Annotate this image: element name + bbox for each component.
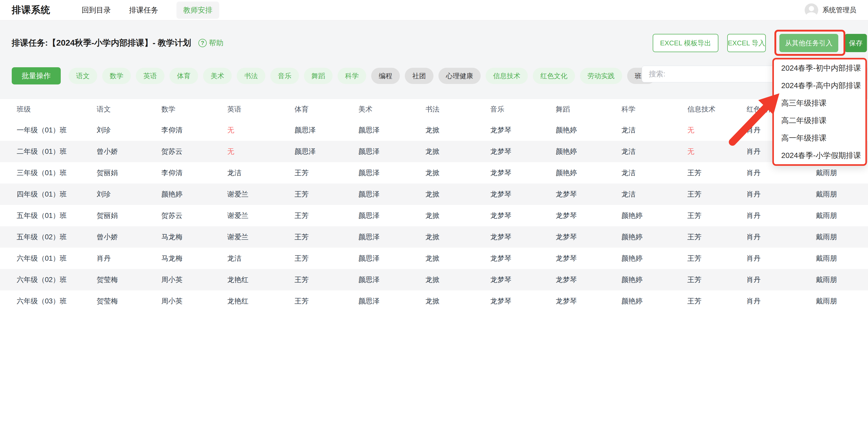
teacher-cell[interactable]: 颜艳婷	[605, 226, 671, 248]
teacher-cell[interactable]: 龙梦琴	[539, 269, 605, 291]
teacher-cell[interactable]: 王芳	[278, 162, 342, 184]
teacher-cell[interactable]: 龙梦琴	[539, 226, 605, 248]
teacher-cell[interactable]: 颜思泽	[342, 119, 409, 141]
teacher-cell[interactable]: 贺苏云	[145, 205, 211, 226]
teacher-cell[interactable]: 颜思泽	[342, 269, 409, 291]
teacher-cell[interactable]: 刘珍	[80, 119, 145, 141]
teacher-cell[interactable]: 龙掀	[409, 205, 474, 226]
teacher-cell[interactable]: 肖丹	[730, 226, 799, 248]
teacher-cell[interactable]: 戴雨朋	[799, 205, 868, 226]
teacher-cell[interactable]: 颜艳婷	[539, 119, 605, 141]
subject-chip[interactable]: 编程	[371, 68, 400, 84]
help-link[interactable]: ? 帮助	[198, 38, 223, 48]
dropdown-item[interactable]: 2024春季-小学假期排课	[774, 147, 865, 164]
teacher-cell[interactable]: 王芳	[278, 226, 342, 248]
teacher-cell[interactable]: 贺莹梅	[80, 269, 145, 291]
nav-item-teacher-arrangement-active[interactable]: 教师安排	[177, 2, 219, 19]
import-from-other-task-button[interactable]: 从其他任务引入	[779, 34, 838, 52]
teacher-cell[interactable]: 龙掀	[409, 269, 474, 291]
teacher-cell[interactable]: 贺丽娟	[80, 205, 145, 226]
subject-chip[interactable]: 英语	[136, 68, 164, 84]
teacher-cell[interactable]: 龙梦琴	[539, 248, 605, 269]
teacher-cell[interactable]: 肖丹	[730, 205, 799, 226]
teacher-cell[interactable]: 肖丹	[730, 291, 799, 312]
teacher-cell[interactable]: 龙洁	[605, 162, 671, 184]
teacher-cell[interactable]: 王芳	[671, 269, 730, 291]
teacher-cell[interactable]: 龙梦琴	[474, 291, 539, 312]
teacher-cell[interactable]: 贺莹梅	[80, 291, 145, 312]
teacher-cell[interactable]: 龙梦琴	[539, 291, 605, 312]
subject-chip[interactable]: 劳动实践	[580, 68, 622, 84]
teacher-cell[interactable]: 颜艳婷	[539, 141, 605, 162]
teacher-cell[interactable]: 颜艳婷	[145, 184, 211, 205]
teacher-cell[interactable]: 王芳	[278, 291, 342, 312]
teacher-cell[interactable]: 肖丹	[730, 184, 799, 205]
teacher-cell[interactable]: 龙掀	[409, 119, 474, 141]
teacher-cell[interactable]: 龙梦琴	[474, 205, 539, 226]
teacher-cell[interactable]: 曾小娇	[80, 226, 145, 248]
teacher-cell[interactable]: 龙掀	[409, 226, 474, 248]
dropdown-item[interactable]: 高一年级排课	[774, 129, 865, 147]
teacher-cell[interactable]: 王芳	[278, 269, 342, 291]
teacher-cell[interactable]: 龙梦琴	[474, 162, 539, 184]
teacher-cell[interactable]: 龙梦琴	[474, 269, 539, 291]
teacher-cell[interactable]: 王芳	[671, 248, 730, 269]
teacher-cell[interactable]: 龙梦琴	[474, 184, 539, 205]
teacher-cell[interactable]: 龙梦琴	[474, 226, 539, 248]
dropdown-item[interactable]: 高三年级排课	[774, 94, 865, 112]
excel-import-button[interactable]: EXCEL 导入	[727, 34, 766, 52]
teacher-cell[interactable]: 周小英	[145, 269, 211, 291]
teacher-cell[interactable]: 谢爱兰	[211, 226, 278, 248]
teacher-cell[interactable]: 颜思泽	[342, 226, 409, 248]
teacher-cell[interactable]: 龙艳红	[211, 269, 278, 291]
teacher-cell[interactable]: 颜艳婷	[605, 248, 671, 269]
teacher-cell[interactable]: 王芳	[671, 205, 730, 226]
teacher-cell-missing[interactable]: 无	[211, 141, 278, 162]
teacher-cell[interactable]: 颜艳婷	[605, 269, 671, 291]
teacher-cell[interactable]: 龙梦琴	[539, 184, 605, 205]
teacher-cell[interactable]: 贺苏云	[145, 141, 211, 162]
teacher-cell[interactable]: 刘珍	[80, 184, 145, 205]
teacher-cell[interactable]: 颜思泽	[342, 291, 409, 312]
batch-operation-button[interactable]: 批量操作	[12, 67, 61, 85]
teacher-cell[interactable]: 龙掀	[409, 141, 474, 162]
excel-template-export-button[interactable]: EXCEL 模板导出	[653, 34, 718, 52]
teacher-cell[interactable]: 李仰清	[145, 119, 211, 141]
subject-chip[interactable]: 社团	[405, 68, 433, 84]
teacher-cell[interactable]: 王芳	[278, 205, 342, 226]
teacher-cell[interactable]: 龙掀	[409, 291, 474, 312]
teacher-cell[interactable]: 马龙梅	[145, 248, 211, 269]
teacher-cell[interactable]: 王芳	[671, 184, 730, 205]
teacher-cell[interactable]: 戴雨朋	[799, 226, 868, 248]
teacher-cell[interactable]: 颜艳婷	[539, 162, 605, 184]
subject-chip[interactable]: 数学	[102, 68, 131, 84]
teacher-cell[interactable]: 曾小娇	[80, 141, 145, 162]
teacher-cell[interactable]: 龙洁	[605, 184, 671, 205]
subject-chip[interactable]: 红色文化	[533, 68, 575, 84]
teacher-cell[interactable]: 颜艳婷	[605, 205, 671, 226]
subject-chip[interactable]: 音乐	[270, 68, 299, 84]
subject-chip[interactable]: 科学	[338, 68, 366, 84]
dropdown-item[interactable]: 2024春季-高中内部排课	[774, 77, 865, 94]
teacher-cell[interactable]: 戴雨朋	[799, 269, 868, 291]
teacher-cell[interactable]: 颜思泽	[342, 248, 409, 269]
teacher-cell[interactable]: 龙掀	[409, 162, 474, 184]
teacher-cell[interactable]: 颜艳婷	[605, 291, 671, 312]
subject-chip[interactable]: 信息技术	[486, 68, 528, 84]
teacher-cell[interactable]: 王芳	[671, 162, 730, 184]
subject-chip[interactable]: 书法	[237, 68, 265, 84]
teacher-cell[interactable]: 颜思泽	[342, 141, 409, 162]
teacher-cell[interactable]: 戴雨朋	[799, 291, 868, 312]
teacher-cell[interactable]: 龙洁	[605, 141, 671, 162]
nav-item-back-to-catalog[interactable]: 回到目录	[82, 5, 111, 15]
teacher-cell[interactable]: 龙洁	[605, 119, 671, 141]
teacher-cell-missing[interactable]: 无	[671, 141, 730, 162]
user-menu[interactable]: 系统管理员	[805, 3, 856, 17]
subject-chip[interactable]: 心理健康	[438, 68, 480, 84]
teacher-cell[interactable]: 王芳	[278, 248, 342, 269]
teacher-cell[interactable]: 马龙梅	[145, 226, 211, 248]
teacher-cell-missing[interactable]: 无	[211, 119, 278, 141]
subject-chip[interactable]: 舞蹈	[304, 68, 333, 84]
teacher-cell[interactable]: 戴雨朋	[799, 184, 868, 205]
teacher-cell[interactable]: 龙梦琴	[474, 248, 539, 269]
